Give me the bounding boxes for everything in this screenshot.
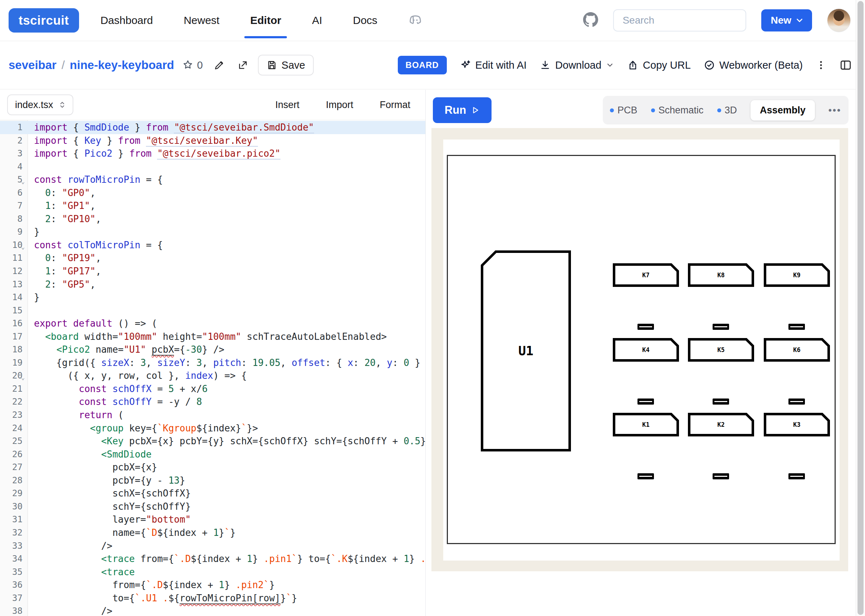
code-text: const schOffY = -y / 8 <box>28 395 202 409</box>
tabs-overflow-icon[interactable]: ••• <box>829 105 841 116</box>
edit-with-ai-button[interactable]: Edit with AI <box>460 60 527 71</box>
code-text: /> <box>28 605 112 616</box>
code-line[interactable]: 36 from={`.D${index + 1} .pin2`} <box>0 578 425 592</box>
tscircuit-logo[interactable]: tscircuit <box>9 8 79 33</box>
assembly-diode <box>637 473 654 479</box>
code-text: 0: "GP0", <box>28 186 96 200</box>
breadcrumb-owner[interactable]: seveibar <box>9 58 57 72</box>
code-line[interactable]: 29 schX={schOffX} <box>0 487 425 500</box>
code-line[interactable]: 26 <SmdDiode <box>0 448 425 461</box>
line-number: 17 <box>0 330 28 343</box>
code-line[interactable]: 13 2: "GP5", <box>0 278 425 291</box>
line-number: 8 <box>0 212 28 226</box>
assembly-canvas[interactable]: U1 K7K8K9K4K5K6K1K2K3 <box>432 128 848 571</box>
code-line[interactable]: 31 layer="bottom" <box>0 513 425 526</box>
save-button[interactable]: Save <box>258 55 314 75</box>
code-line[interactable]: 10⌄const colToMicroPin = { <box>0 239 425 252</box>
chevrons-up-down-icon <box>58 100 67 110</box>
file-selector[interactable]: index.tsx <box>7 94 73 115</box>
code-line[interactable]: 34 <trace from={`.D${index + 1} .pin1`} … <box>0 552 425 566</box>
code-line[interactable]: 33 /> <box>0 539 425 553</box>
code-line[interactable]: 7 1: "GP1", <box>0 199 425 212</box>
webworker-toggle[interactable]: Webworker (Beta) <box>704 60 803 71</box>
code-line[interactable]: 1import { SmdDiode } from "@tsci/seveiba… <box>0 121 425 134</box>
code-line[interactable]: 38 /> <box>0 605 425 616</box>
run-button-label: Run <box>445 104 466 116</box>
discord-icon[interactable] <box>407 13 423 28</box>
tab-assembly[interactable]: Assembly <box>750 100 815 121</box>
circle-check-icon <box>704 60 715 71</box>
nav-item-dashboard[interactable]: Dashboard <box>100 14 153 27</box>
rename-button[interactable] <box>214 60 225 71</box>
code-line[interactable]: 37 to={`.U1 .${rowToMicroPin[row]}`} <box>0 592 425 605</box>
code-line[interactable]: 25 <Key pcbX={x} pcbY={y} schX={schOffX}… <box>0 435 425 448</box>
download-button[interactable]: Download <box>540 60 614 71</box>
file-name: index.tsx <box>15 99 53 110</box>
code-line[interactable]: 9} <box>0 225 425 239</box>
code-line[interactable]: 17 <board width="100mm" height="100mm" s… <box>0 330 425 343</box>
code-line[interactable]: 23 return ( <box>0 409 425 422</box>
menu-format[interactable]: Format <box>380 99 410 110</box>
copy-url-button[interactable]: Copy URL <box>627 60 691 71</box>
menu-import[interactable]: Import <box>326 99 353 110</box>
code-line[interactable]: 27 pcbX={x} <box>0 461 425 474</box>
chevron-down-icon <box>795 16 804 25</box>
search-input[interactable] <box>613 9 746 31</box>
share-button[interactable] <box>237 60 249 71</box>
breadcrumb-separator: / <box>61 58 65 72</box>
nav-item-docs[interactable]: Docs <box>353 14 377 27</box>
scrollbar-thumb[interactable] <box>857 1 863 615</box>
code-line[interactable]: 28 pcbY={y - 13} <box>0 474 425 487</box>
u1-label: U1 <box>481 250 571 451</box>
github-icon[interactable] <box>583 12 598 28</box>
code-line[interactable]: 19 {grid({ sizeX: 3, sizeY: 3, pitch: 19… <box>0 356 425 369</box>
toggle-panel-button[interactable] <box>839 59 852 72</box>
code-line[interactable]: 15 <box>0 304 425 317</box>
code-line[interactable]: 30 schY={schOffY} <box>0 500 425 513</box>
key-label: K2 <box>688 413 754 437</box>
code-line[interactable]: 22 const schOffY = -y / 8 <box>0 395 425 409</box>
code-line[interactable]: 8 2: "GP10", <box>0 212 425 226</box>
save-button-label: Save <box>281 60 305 71</box>
editor-menu: Insert Import Format <box>275 99 410 110</box>
nav-item-editor[interactable]: Editor <box>250 14 281 27</box>
code-editor[interactable]: 1import { SmdDiode } from "@tsci/seveiba… <box>0 120 425 616</box>
line-number: 28 <box>0 474 28 487</box>
assembly-key-K4: K4 <box>613 338 679 361</box>
menu-insert[interactable]: Insert <box>275 99 300 110</box>
code-line[interactable]: 12 1: "GP17", <box>0 265 425 278</box>
line-number: 33 <box>0 539 28 553</box>
line-number: 35 <box>0 566 28 579</box>
code-line[interactable]: 16export default () => ( <box>0 317 425 330</box>
code-line[interactable]: 20⌄ ({ x, y, row, col }, index) => { <box>0 369 425 382</box>
code-line[interactable]: 2import { Key } from "@tsci/seveibar.Key… <box>0 134 425 148</box>
breadcrumb-project[interactable]: nine-key-keyboard <box>70 58 174 72</box>
tab-pcb[interactable]: PCB <box>610 105 637 116</box>
code-line[interactable]: 11 0: "GP19", <box>0 251 425 265</box>
avatar[interactable] <box>827 9 851 32</box>
code-line[interactable]: 21 const schOffX = 5 + x/6 <box>0 382 425 396</box>
tab-3d[interactable]: 3D <box>717 105 737 116</box>
code-text: <SmdDiode <box>28 448 152 461</box>
tab-schematic[interactable]: Schematic <box>651 105 704 116</box>
new-button[interactable]: New <box>761 9 812 31</box>
line-number: 19 <box>0 356 28 369</box>
code-text: /> <box>28 539 112 553</box>
more-menu-button[interactable] <box>816 60 826 71</box>
star-counter[interactable]: 0 <box>182 60 203 71</box>
code-line[interactable]: 6 0: "GP0", <box>0 186 425 200</box>
code-line[interactable]: 5⌄const rowToMicroPin = { <box>0 173 425 186</box>
nav-item-newest[interactable]: Newest <box>184 14 219 27</box>
code-line[interactable]: 18 <Pico2 name="U1" pcbX={-30} /> <box>0 343 425 356</box>
main-split: index.tsx Insert Import Format 1import {… <box>0 90 865 616</box>
nav-item-ai[interactable]: AI <box>312 14 322 27</box>
preview-panel: Run PCB Schematic 3D Assembly ••• <box>426 90 865 616</box>
code-line[interactable]: 35 <trace <box>0 566 425 579</box>
nav-right-cluster: New <box>583 9 851 32</box>
run-button[interactable]: Run <box>433 97 491 123</box>
code-line[interactable]: 4 <box>0 160 425 173</box>
code-line[interactable]: 14} <box>0 291 425 304</box>
code-line[interactable]: 3import { Pico2 } from "@tsci/seveibar.p… <box>0 147 425 160</box>
code-line[interactable]: 24 <group key={`Kgroup${index}`}> <box>0 422 425 435</box>
code-line[interactable]: 32 name={`D${index + 1}`} <box>0 526 425 539</box>
